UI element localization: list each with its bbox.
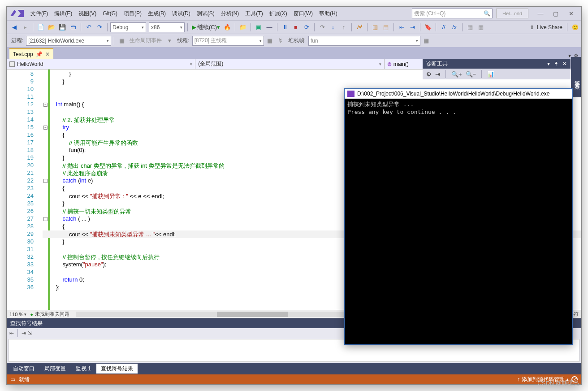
feedback-icon[interactable]: 🙂 — [572, 24, 579, 30]
tab-close-icon[interactable]: ✕ — [45, 51, 50, 57]
search-placeholder: 搜索 (Ctrl+Q) — [414, 10, 445, 17]
save-all-icon[interactable]: 🗃 — [68, 22, 78, 32]
thread-tool2-icon[interactable]: ↯ — [276, 36, 285, 46]
diag-zoomout-icon[interactable]: 🔍− — [466, 71, 476, 78]
tools-a-icon[interactable]: 🗲 — [355, 22, 364, 32]
pause-icon[interactable]: ⏸ — [280, 22, 290, 32]
menu-item[interactable]: 项目(P) — [121, 7, 145, 20]
redo-icon[interactable]: ↷ — [95, 22, 104, 32]
close-button[interactable]: ✕ — [563, 10, 579, 17]
continue-button[interactable]: ▶ 继续(C) ▾ — [190, 22, 221, 32]
window-controls: — ▢ ✕ — [533, 10, 579, 17]
diag-gear-icon[interactable]: ⚙ — [426, 71, 432, 78]
process-combo[interactable]: [21632] HelloWorld.exe▾ — [26, 36, 111, 46]
diag-pin-icon[interactable]: 🖈 — [553, 61, 559, 67]
ok-icon: ● — [30, 312, 33, 317]
diag-export-icon[interactable]: ⇥ — [435, 71, 440, 78]
maximize-button[interactable]: ▢ — [548, 10, 563, 17]
step-over-icon[interactable]: ↷ — [317, 22, 327, 32]
document-tab-label: Test.cpp — [13, 51, 33, 57]
folder-icon[interactable]: 📁 — [238, 22, 248, 32]
menu-item[interactable]: 视图(V) — [75, 7, 99, 20]
bottom-tab[interactable]: 监视 1 — [71, 364, 95, 374]
console-window[interactable]: D:\002_Project\006_Visual_Studio\HelloWo… — [344, 88, 573, 345]
layout-icon[interactable]: ▥ — [370, 22, 380, 32]
project-badge[interactable]: Hel...orld — [496, 9, 528, 18]
diag-dropdown-icon[interactable]: ▾ — [547, 61, 550, 67]
outdent-icon[interactable]: ⇤ — [397, 22, 406, 32]
menu-item[interactable]: 帮助(H) — [316, 7, 341, 20]
stop-icon[interactable]: ■ — [291, 22, 301, 32]
undo-icon[interactable]: ↶ — [84, 22, 94, 32]
menu-item[interactable]: 窗口(W) — [290, 7, 316, 20]
line-gutter: 8910111213141516171819202122232425262728… — [7, 70, 43, 310]
menu-item[interactable]: 测试(S) — [194, 7, 218, 20]
nav-scope-combo[interactable]: (全局范围)▾ — [195, 59, 384, 69]
search-icon: 🔍 — [484, 10, 490, 17]
zoom-combo[interactable]: 110 % ▾ — [9, 312, 26, 317]
status-rect-icon: ▭ — [10, 376, 15, 382]
pin-icon[interactable]: 📌 — [36, 51, 43, 57]
hot-reload-icon[interactable]: 🔥 — [222, 22, 232, 32]
liveshare-icon[interactable]: ⇪ — [530, 24, 534, 30]
menu-item[interactable]: 扩展(X) — [266, 7, 290, 20]
platform-combo[interactable]: x86▾ — [149, 22, 185, 32]
indent-icon[interactable]: ⇥ — [407, 22, 417, 32]
document-tabs: Test.cpp 📌 ✕ ▾⚙ — [7, 47, 581, 59]
liveshare-label[interactable]: Live Share — [537, 24, 562, 30]
forward-button[interactable]: ▸ — [20, 22, 30, 32]
menu-item[interactable]: 分析(N) — [218, 7, 242, 20]
bottom-tab[interactable]: 查找符号结果 — [96, 364, 138, 374]
menu-item[interactable]: Git(G) — [99, 7, 121, 20]
save-icon[interactable]: 💾 — [57, 22, 67, 32]
tool-icon[interactable]: — — [264, 22, 274, 32]
search-box[interactable]: 搜索 (Ctrl+Q) 🔍 — [412, 9, 493, 18]
watermark: CSDN @韩曙亮 — [537, 379, 579, 387]
layout2-icon[interactable]: ▤ — [381, 22, 391, 32]
thread-combo[interactable]: [8720] 主线程▾ — [192, 36, 264, 46]
lifecycle-icon[interactable]: ▦ — [117, 36, 127, 46]
console-title: D:\002_Project\006_Visual_Studio\HelloWo… — [357, 91, 549, 97]
find-tool-c-icon[interactable]: ⇲ — [28, 330, 32, 336]
minimize-button[interactable]: — — [533, 10, 548, 17]
vs-logo-icon — [9, 9, 25, 18]
console-titlebar[interactable]: D:\002_Project\006_Visual_Studio\HelloWo… — [345, 89, 572, 99]
misc-b-icon[interactable]: ▦ — [476, 22, 486, 32]
process-label: 进程: — [9, 37, 25, 44]
bookmark-icon[interactable]: 🔖 — [423, 22, 433, 32]
step-out-icon[interactable]: ↑ — [339, 22, 349, 32]
bottom-tab-strip: 自动窗口局部变量监视 1查找符号结果 — [7, 363, 581, 374]
config-combo[interactable]: Debug▾ — [110, 22, 146, 32]
menu-item[interactable]: 生成(B) — [145, 7, 169, 20]
menu-item[interactable]: 编辑(E) — [51, 7, 75, 20]
restart-icon[interactable]: ⟳ — [302, 22, 311, 32]
uncomment-icon[interactable]: /x — [450, 22, 459, 32]
lifecycle-label: 生命周期事件 — [128, 37, 164, 44]
menu-item[interactable]: 文件(F) — [27, 7, 51, 20]
diag-chart-icon[interactable]: 📊 — [487, 71, 494, 78]
document-tab[interactable]: Test.cpp 📌 ✕ — [9, 48, 53, 59]
stackframe-combo[interactable]: fun▾ — [308, 36, 420, 46]
thread-label: 线程: — [175, 37, 191, 44]
menu-item[interactable]: 调试(D) — [169, 7, 194, 20]
stack-tool-icon[interactable]: ▦ — [421, 36, 431, 46]
diag-zoomin-icon[interactable]: 🔍+ — [451, 71, 462, 78]
find-tool-b-icon[interactable]: ⇥ — [22, 330, 26, 336]
window-icon[interactable]: ▣ — [254, 22, 264, 32]
misc-a-icon[interactable]: ▦ — [465, 22, 475, 32]
back-button[interactable]: ◀ — [9, 22, 19, 32]
open-icon[interactable]: 📂 — [47, 22, 56, 32]
debug-toolbar: 进程: [21632] HelloWorld.exe▾ ▦ 生命周期事件▾ 线程… — [7, 34, 581, 47]
step-into-icon[interactable]: ↓ — [328, 22, 338, 32]
diagnostics-title: 诊断工具 ▾ 🖈 ✕ — [423, 59, 571, 69]
menu-item[interactable]: 工具(T) — [242, 7, 266, 20]
bottom-tab[interactable]: 自动窗口 — [9, 364, 39, 374]
new-file-icon[interactable]: 📄 — [36, 22, 46, 32]
find-tool-a-icon[interactable]: ⇤ — [9, 330, 14, 336]
bottom-tab[interactable]: 局部变量 — [40, 364, 70, 374]
nav-project-combo[interactable]: HelloWorld▾ — [7, 59, 195, 69]
thread-tool-icon[interactable]: ▦ — [265, 36, 275, 46]
console-body: 捕获到未知类型异常 ... Press any key to continue … — [345, 99, 572, 117]
diag-close-icon[interactable]: ✕ — [562, 61, 567, 67]
comment-icon[interactable]: // — [439, 22, 449, 32]
